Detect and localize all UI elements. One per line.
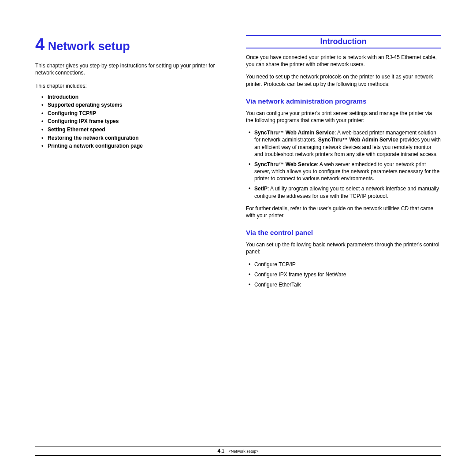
subheading-control-panel: Via the control panel (246, 229, 441, 237)
intro-para-2: You need to set up the network protocols… (246, 73, 441, 87)
page-footer: 4.1 <Network setup> (35, 446, 441, 456)
intro-para-1: Once you have connected your printer to … (246, 54, 441, 68)
program-name: SyncThru™ Web Admin Service (254, 130, 335, 136)
program-item: SyncThru™ Web Admin Service: A web-based… (249, 129, 441, 158)
sub2-intro: You can set up the following basic netwo… (246, 241, 441, 255)
program-name-repeat: SyncThru™ Web Admin Service (318, 137, 398, 143)
toc-item[interactable]: Supported operating systems (41, 101, 230, 109)
subheading-network-admin: Via network administration programs (246, 97, 441, 105)
toc-item[interactable]: Restoring the network configuration (41, 134, 230, 142)
toc-item[interactable]: Configuring IPX frame types (41, 117, 230, 126)
toc-item[interactable]: Introduction (41, 93, 230, 101)
chapter-title-text: Network setup (48, 40, 130, 53)
toc-item[interactable]: Configuring TCP/IP (41, 109, 230, 118)
includes-line: This chapter includes: (35, 82, 230, 89)
list-item: Configure TCP/IP (249, 261, 441, 268)
sub1-intro: You can configure your printer's print s… (246, 110, 441, 124)
program-name: SyncThru™ Web Service (254, 161, 317, 167)
page-number-minor: .1 (220, 448, 224, 454)
chapter-heading: 4 Network setup (35, 35, 230, 54)
right-column: Introduction Once you have connected you… (246, 35, 441, 294)
section-title: Introduction (320, 37, 367, 46)
control-panel-list: Configure TCP/IP Configure IPX frame typ… (246, 261, 441, 289)
chapter-toc: Introduction Supported operating systems… (35, 93, 230, 150)
list-item: Configure IPX frame types for NetWare (249, 271, 441, 278)
program-desc: : A utility program allowing you to sele… (254, 186, 439, 199)
program-item: SetIP: A utility program allowing you to… (249, 185, 441, 199)
program-name: SetIP (254, 186, 268, 192)
left-column: 4 Network setup This chapter gives you s… (35, 35, 230, 294)
toc-item[interactable]: Setting Ethernet speed (41, 126, 230, 134)
footer-crumb: <Network setup> (226, 449, 258, 454)
toc-item[interactable]: Printing a network configuration page (41, 142, 230, 150)
section-title-bar: Introduction (246, 35, 441, 48)
sub1-outro: For further details, refer to the user's… (246, 205, 441, 219)
chapter-number: 4 (35, 35, 45, 54)
list-item: Configure EtherTalk (249, 281, 441, 288)
programs-list: SyncThru™ Web Admin Service: A web-based… (246, 129, 441, 200)
chapter-intro: This chapter gives you step-by-step inst… (35, 62, 230, 76)
program-item: SyncThru™ Web Service: A web server embe… (249, 161, 441, 182)
